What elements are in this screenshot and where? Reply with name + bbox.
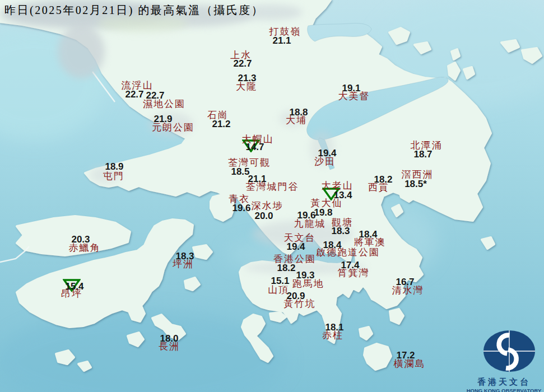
station-name: 將軍澳	[354, 237, 386, 247]
station-name: 大埔	[286, 115, 307, 125]
station-name: 赤柱	[322, 330, 343, 340]
station-temp-value: 18.7	[413, 150, 432, 159]
station-name: 觀塘	[332, 218, 353, 227]
station-name: 山頂	[268, 285, 289, 295]
station-temp-value: 19.4	[286, 242, 305, 251]
station-name: 九龍城	[294, 219, 326, 228]
station-temp-value: 18.2	[277, 263, 295, 273]
station-name: 天文台	[284, 233, 316, 242]
station-name: 北潭涌	[411, 141, 443, 150]
station-name: 屯門	[103, 171, 124, 181]
station-temp-value: 21.1	[272, 36, 291, 45]
station-name: 大老山	[322, 181, 354, 190]
station-name: 大隴	[236, 82, 257, 91]
station-name: 赤鱲角	[69, 243, 101, 253]
station-name: 沙田	[314, 157, 336, 166]
station-name: 長洲	[159, 342, 180, 351]
station-name: 滘西洲	[402, 170, 434, 179]
station-name: 啟德跑道公園	[316, 248, 380, 257]
land-ap-lei-chau	[270, 312, 286, 321]
map-title: 昨日(2025年02月21日) 的最高氣溫（攝氏度）	[4, 3, 264, 18]
station-temp-value: 19.8	[314, 208, 332, 217]
station-name: 濕地公園	[143, 99, 185, 109]
station-name: 西貢	[368, 183, 389, 192]
station-name: 上水	[230, 50, 252, 60]
station-name: 黃大仙	[311, 198, 343, 208]
station-name: 黃竹坑	[284, 299, 316, 309]
hko-logo-chinese: 香港天文台	[464, 377, 544, 388]
station-name: 流浮山	[122, 81, 154, 90]
hongkong-map	[0, 0, 544, 392]
hko-logo-icon	[464, 328, 544, 373]
station-name: 清水灣	[392, 286, 424, 295]
map-stage: 昨日(2025年02月21日) 的最高氣溫（攝氏度） 21.1打鼓嶺22.7上水…	[0, 0, 544, 392]
station-temp-value: 19.6	[232, 203, 250, 213]
station-name: 香港公園	[273, 254, 316, 264]
station-name: 大帽山	[242, 134, 274, 144]
land-peng-chau	[193, 245, 212, 259]
station-temp-value: 18.9	[105, 162, 123, 171]
station-temp-value: 18.5	[231, 167, 249, 176]
station-name: 昂坪	[61, 289, 82, 298]
station-temp-value: 22.7	[125, 90, 143, 99]
station-name: 橫瀾島	[394, 359, 426, 368]
station-name: 大美督	[338, 91, 370, 101]
station-temp-value: 21.2	[212, 119, 230, 129]
station-temp-value: 20.0	[254, 211, 273, 221]
station-name: 坪洲	[173, 259, 194, 269]
station-name: 青衣	[229, 194, 250, 204]
station-name: 荃灣城門谷	[246, 182, 299, 192]
hko-logo-english: HONG KONG OBSERVATORY	[464, 388, 544, 392]
station-name: 筲箕灣	[338, 268, 370, 278]
station-temp-value: 18.5*	[404, 179, 427, 189]
station-name: 荃灣可觀	[228, 158, 271, 167]
station-name: 元朗公園	[152, 123, 194, 132]
station-name: 跑馬地	[292, 279, 324, 288]
station-name: 石崗	[207, 110, 229, 120]
station-name: 深水埗	[252, 201, 283, 211]
hko-logo: 香港天文台 HONG KONG OBSERVATORY	[464, 328, 544, 392]
station-name: 打鼓嶺	[269, 27, 301, 36]
